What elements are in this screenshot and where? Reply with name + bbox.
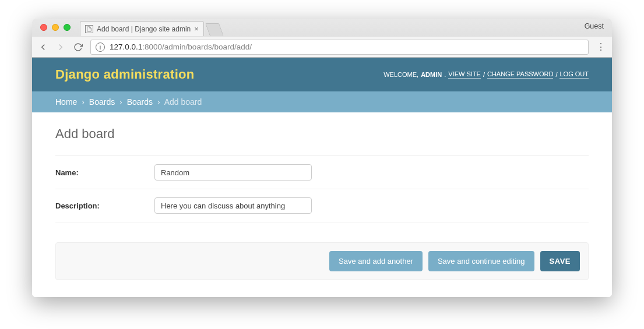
page-favicon-icon	[85, 25, 93, 33]
breadcrumb-model[interactable]: Boards	[127, 97, 153, 107]
content-main: Add board Name: Description: Save and ad…	[32, 112, 612, 294]
minimize-window-icon[interactable]	[52, 24, 59, 31]
form-row-description: Description:	[55, 189, 589, 222]
maximize-window-icon[interactable]	[64, 24, 71, 31]
profile-label[interactable]: Guest	[585, 22, 604, 30]
django-header: Django administration WELCOME, ADMIN. VI…	[32, 58, 612, 91]
url-host: 127.0.0.1	[110, 43, 142, 51]
page-content: Django administration WELCOME, ADMIN. VI…	[32, 58, 612, 297]
name-label: Name:	[55, 168, 154, 177]
welcome-label: WELCOME,	[383, 71, 418, 78]
browser-toolbar: i 127.0.0.1:8000/admin/boards/board/add/…	[32, 36, 612, 57]
breadcrumb-current: Add board	[164, 97, 202, 107]
form-row-name: Name:	[55, 155, 589, 189]
chrome-top: Add board | Django site admin × Guest i …	[32, 19, 612, 58]
breadcrumb: Home › Boards › Boards › Add board	[32, 91, 612, 112]
sep: /	[555, 71, 557, 78]
view-site-link[interactable]: VIEW SITE	[448, 70, 481, 79]
url-rest: :8000/admin/boards/board/add/	[142, 43, 252, 51]
browser-window: Add board | Django site admin × Guest i …	[32, 19, 612, 297]
browser-tab[interactable]: Add board | Django site admin ×	[80, 21, 204, 36]
breadcrumb-app[interactable]: Boards	[89, 97, 115, 107]
back-button[interactable]	[38, 42, 48, 52]
window-controls	[38, 19, 76, 36]
new-tab-button[interactable]	[205, 23, 224, 36]
forward-button[interactable]	[55, 42, 66, 52]
tab-title: Add board | Django site admin	[97, 25, 191, 33]
log-out-link[interactable]: LOG OUT	[559, 70, 589, 79]
reload-button[interactable]	[73, 42, 83, 52]
browser-menu-icon[interactable]: ⋮	[596, 41, 606, 52]
dot: .	[444, 71, 446, 78]
breadcrumb-sep: ›	[82, 97, 85, 107]
username: ADMIN	[421, 71, 442, 78]
name-field[interactable]	[154, 164, 312, 181]
save-continue-button[interactable]: Save and continue editing	[428, 251, 534, 271]
site-info-icon[interactable]: i	[96, 43, 105, 52]
breadcrumb-home[interactable]: Home	[55, 97, 77, 107]
page-title: Add board	[55, 126, 589, 141]
site-branding[interactable]: Django administration	[55, 67, 195, 82]
address-bar[interactable]: i 127.0.0.1:8000/admin/boards/board/add/	[90, 40, 589, 55]
url-text: 127.0.0.1:8000/admin/boards/board/add/	[110, 43, 252, 51]
close-window-icon[interactable]	[40, 24, 47, 31]
change-password-link[interactable]: CHANGE PASSWORD	[487, 70, 553, 79]
tab-strip: Add board | Django site admin × Guest	[32, 19, 612, 36]
submit-row: Save and add another Save and continue e…	[55, 242, 589, 280]
breadcrumb-sep: ›	[119, 97, 122, 107]
sep: /	[483, 71, 485, 78]
close-tab-icon[interactable]: ×	[194, 24, 199, 33]
save-button[interactable]: SAVE	[540, 251, 580, 271]
description-label: Description:	[55, 201, 154, 210]
user-tools: WELCOME, ADMIN. VIEW SITE / CHANGE PASSW…	[383, 70, 589, 79]
breadcrumb-sep: ›	[157, 97, 160, 107]
description-field[interactable]	[154, 197, 312, 214]
save-add-another-button[interactable]: Save and add another	[329, 251, 423, 271]
